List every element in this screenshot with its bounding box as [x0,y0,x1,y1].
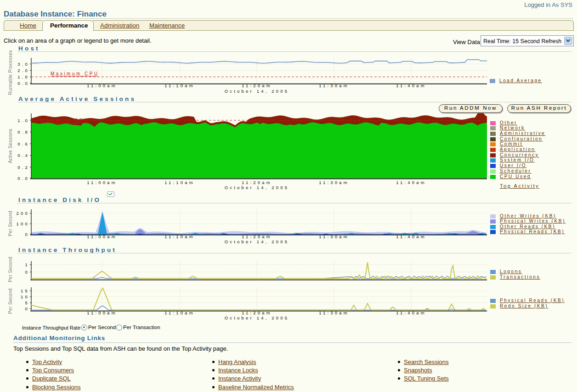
svg-text:5: 5 [25,300,29,305]
svg-text:11:40am: 11:40am [396,310,426,315]
svg-text:October 14, 2005: October 14, 2005 [225,315,289,320]
svg-text:Per Second: Per Second [8,257,13,282]
svg-text:0: 0 [25,306,29,311]
svg-text:11:10am: 11:10am [164,310,195,315]
svg-text:0: 0 [25,269,29,274]
svg-text:15: 15 [21,288,29,293]
svg-text:11:00am: 11:00am [87,310,117,315]
svg-text:Per Second: Per Second [8,288,13,314]
svg-text:11:20am: 11:20am [242,310,272,315]
svg-text:11:30am: 11:30am [319,310,349,315]
svg-text:10: 10 [21,294,29,299]
svg-text:1: 1 [25,262,29,267]
